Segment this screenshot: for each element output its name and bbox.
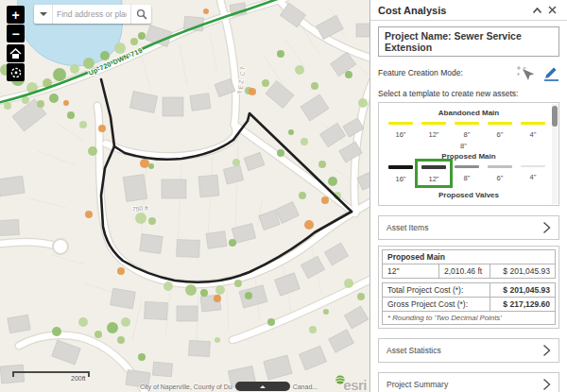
total-cost-value: $ 201,045.93 xyxy=(490,283,555,297)
project-name: Project Name: Sewer Service Extension xyxy=(378,26,559,57)
template-group-title: Proposed Valves xyxy=(379,191,558,199)
search-icon xyxy=(136,9,147,20)
gross-cost-row: Gross Project Cost (*): $ 217,129.60 xyxy=(383,298,555,312)
home-button[interactable] xyxy=(7,44,25,62)
pencil-icon[interactable] xyxy=(543,64,559,81)
dropdown-caret-icon xyxy=(40,12,47,20)
template-proposed-8[interactable]: 8" xyxy=(451,162,483,185)
zoom-out-button[interactable]: − xyxy=(7,25,25,43)
map-view[interactable]: Up-720 DWN-719 TEZ CT 750 ft + − xyxy=(0,0,369,392)
feature-creation-mode-label: Feature Creation Mode: xyxy=(378,68,517,77)
caret-up-icon xyxy=(260,383,266,388)
attribution-toggle[interactable] xyxy=(235,382,290,391)
line-swatch xyxy=(421,122,446,125)
template-abandoned-12[interactable]: 12" xyxy=(418,118,450,141)
section-asset-statistics[interactable]: Asset Statistics xyxy=(378,338,559,363)
home-icon xyxy=(9,48,22,60)
cost-table-row: 12" 2,010.46 ft $ 201,045.93 xyxy=(383,264,555,278)
select-template-label: Select a template to create new assets: xyxy=(378,89,559,98)
asset-size: 12" xyxy=(383,264,439,278)
template-picker: Abandoned Main 16" 12" 8" 6" 4" 8" Propo… xyxy=(378,102,559,206)
section-project-summary[interactable]: Project Summary xyxy=(378,372,559,392)
esri-wordmark: esri xyxy=(343,379,367,392)
section-asset-items[interactable]: Asset Items xyxy=(378,215,559,240)
line-swatch xyxy=(488,122,512,125)
chevron-right-icon xyxy=(542,378,551,391)
gross-cost-value: $ 217,129.60 xyxy=(490,298,555,311)
cost-table: Proposed Main 12" 2,010.46 ft $ 201,045.… xyxy=(378,246,559,329)
line-swatch xyxy=(521,165,545,167)
locate-button[interactable] xyxy=(7,63,25,81)
app: Up-720 DWN-719 TEZ CT 750 ft + − xyxy=(0,0,567,392)
line-swatch xyxy=(455,122,479,125)
asset-cost: $ 201,045.93 xyxy=(490,264,555,278)
search-input[interactable] xyxy=(53,5,130,24)
template-abandoned-extra[interactable]: 8" xyxy=(460,142,558,150)
template-proposed-6[interactable]: 6" xyxy=(484,162,516,185)
line-swatch xyxy=(521,122,545,125)
template-group-title: Abandoned Main xyxy=(379,109,558,117)
total-cost-row: Total Project Cost (*): $ 201,045.93 xyxy=(383,283,555,298)
line-swatch xyxy=(455,165,479,168)
cul-de-sac xyxy=(53,239,68,254)
line-swatch xyxy=(488,165,512,168)
scale-bar: 200ft xyxy=(12,371,90,377)
template-abandoned-6[interactable]: 6" xyxy=(484,118,516,141)
template-abandoned-4[interactable]: 4" xyxy=(517,118,549,141)
map-canvas[interactable]: Up-720 DWN-719 TEZ CT 750 ft xyxy=(0,0,369,392)
template-abandoned-16[interactable]: 16" xyxy=(385,118,417,141)
asset-length: 2,010.46 ft xyxy=(439,264,490,278)
map-attribution: City of Naperville, County of Du Canad..… xyxy=(140,382,318,391)
collapse-icon[interactable] xyxy=(529,3,544,18)
search-button[interactable] xyxy=(130,5,151,24)
panel-body: Project Name: Sewer Service Extension Fe… xyxy=(370,21,567,392)
sparkle-cursor-icon[interactable] xyxy=(517,65,534,81)
zoom-in-button[interactable]: + xyxy=(7,6,25,24)
chevron-right-icon xyxy=(542,221,551,234)
panel-title: Cost Analysis xyxy=(378,5,529,16)
esri-logo: esri xyxy=(335,375,367,392)
cost-analysis-panel: Cost Analysis Project Name: Sewer Servic… xyxy=(369,0,567,392)
template-group-title: Proposed Main xyxy=(379,152,558,161)
template-proposed-12-selected[interactable]: 12" xyxy=(418,162,450,185)
line-swatch xyxy=(388,122,413,125)
cost-table-group: Proposed Main xyxy=(383,250,555,264)
close-icon[interactable] xyxy=(544,3,559,18)
template-scrollbar-thumb[interactable] xyxy=(552,106,558,127)
template-proposed-16[interactable]: 16" xyxy=(385,162,417,185)
locate-icon xyxy=(9,66,23,79)
search-dropdown-button[interactable] xyxy=(34,5,53,24)
footnote-row: * Rounding to 'Two Decimal Points' xyxy=(383,312,555,324)
attribution-text-left: City of Naperville, County of Du xyxy=(140,383,232,390)
scale-label: 200ft xyxy=(71,375,86,382)
feature-creation-mode-row: Feature Creation Mode: xyxy=(378,64,559,81)
template-row-proposed: 16" 12" 8" 6" 4" xyxy=(379,162,558,185)
template-abandoned-8[interactable]: 8" xyxy=(451,118,483,141)
panel-header: Cost Analysis xyxy=(370,0,567,21)
template-proposed-4[interactable]: 4" xyxy=(517,162,549,185)
chevron-right-icon xyxy=(542,344,551,357)
rounding-footnote: * Rounding to 'Two Decimal Points' xyxy=(383,312,507,324)
search-box xyxy=(34,5,151,24)
template-row-abandoned: 16" 12" 8" 6" 4" xyxy=(379,118,558,141)
line-swatch xyxy=(421,165,446,169)
attribution-text-right: Canad... xyxy=(293,383,318,390)
line-swatch xyxy=(388,165,413,169)
